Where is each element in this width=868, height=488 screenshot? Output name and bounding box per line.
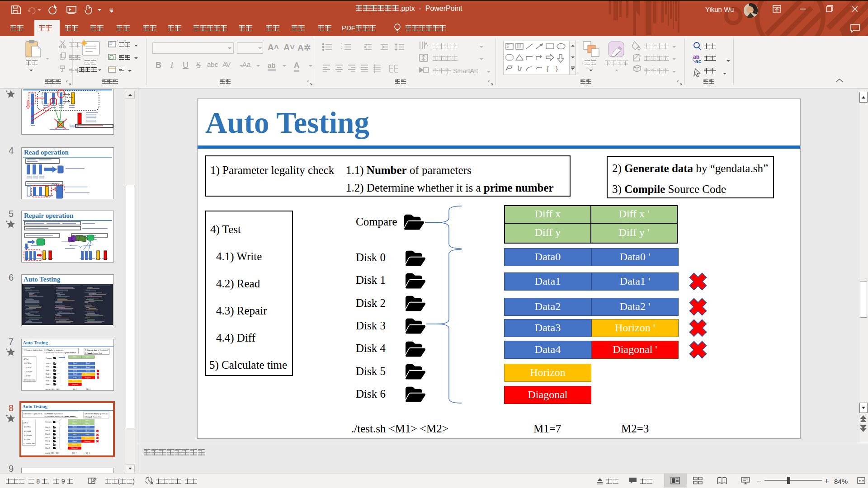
svg-text:A: A — [425, 42, 428, 47]
svg-text:ac: ac — [695, 58, 702, 65]
svg-text:XOR: XOR — [52, 183, 58, 185]
svg-text:{: { — [547, 65, 549, 72]
svg-text:Repair operation: Repair operation — [24, 212, 74, 219]
svg-text:Read operation: Read operation — [24, 149, 69, 156]
svg-text:}: } — [556, 65, 558, 72]
